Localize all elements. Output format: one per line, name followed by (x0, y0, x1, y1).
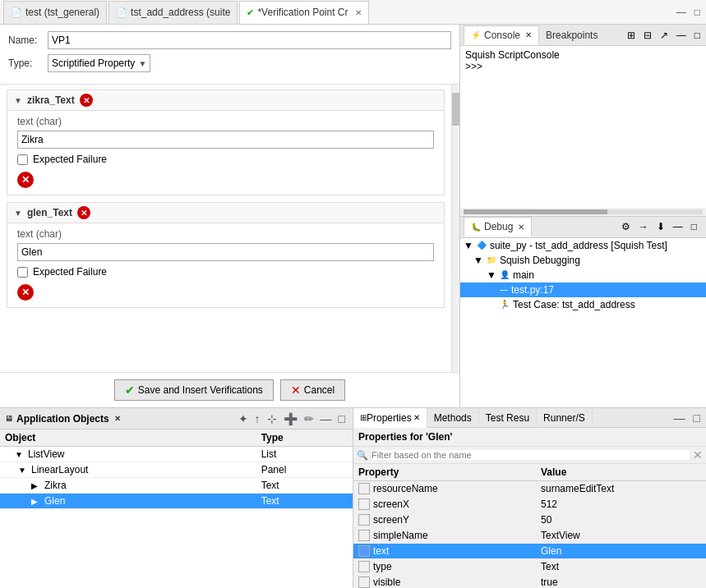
expand-icon-testcase: 🏃 (500, 300, 510, 309)
prop-value-type: Text (536, 559, 706, 575)
tab-runner[interactable]: Runner/S (537, 408, 593, 428)
app-objects-close-icon[interactable]: ✕ (114, 414, 121, 423)
prop-row-resourcename[interactable]: resourceName surnameEditText (353, 481, 706, 497)
item-name-glen: glen_Text (27, 207, 72, 218)
obj-row-zikra[interactable]: ▶ Zikra Text (0, 478, 353, 494)
minimize-icon[interactable]: — (674, 7, 689, 18)
tab-properties[interactable]: ⊞ Properties ✕ (353, 408, 427, 428)
obj-row-linearlayout[interactable]: ▼ LinearLayout Panel (0, 462, 353, 478)
debug-tree-testpy[interactable]: — test.py:17 (460, 283, 706, 297)
tab-test[interactable]: 📄 test (tst_general) (3, 1, 107, 24)
tab-close-icon[interactable]: ✕ (355, 8, 362, 17)
prop-check-resourcename[interactable] (358, 483, 370, 494)
prop-check-screenx[interactable] (358, 498, 370, 510)
name-row: Name: (8, 31, 451, 49)
expected-failure-checkbox-zikra[interactable] (17, 154, 28, 165)
squish-icon: 📁 (487, 255, 496, 264)
add-object-button[interactable]: ✦ (236, 411, 251, 426)
tab-console[interactable]: ⚡ Console ✕ (464, 25, 539, 45)
tab-methods[interactable]: Methods (427, 408, 479, 428)
tab-add-address[interactable]: 📄 tst_add_address (suite (108, 1, 238, 24)
debug-tree-squish[interactable]: ▼ 📁 Squish Debugging (460, 253, 706, 268)
props-close-icon[interactable]: ✕ (413, 413, 420, 422)
minimize-panel-icon[interactable]: — (318, 411, 335, 426)
type-select[interactable]: Scriptified Property ▼ (48, 54, 150, 72)
expand-linearlayout[interactable]: ▼ (18, 466, 28, 475)
edit-button[interactable]: ✏ (302, 411, 316, 426)
save-insert-button[interactable]: ✔ Save and Insert Verifications (114, 379, 274, 401)
maximize-icon[interactable]: □ (692, 7, 703, 18)
tab-debug[interactable]: 🐛 Debug ✕ (464, 217, 532, 237)
prop-check-simplename[interactable] (358, 530, 370, 541)
field-value-zikra[interactable] (17, 131, 434, 149)
obj-type-glen: Text (256, 494, 353, 509)
prop-check-text[interactable] (358, 545, 370, 557)
props-minimize-icon[interactable]: — (671, 411, 688, 425)
prop-check-screeny[interactable] (358, 514, 370, 526)
tab-test-results[interactable]: Test Resu (479, 408, 537, 428)
props-maximize-icon[interactable]: □ (691, 411, 703, 425)
obj-row-glen[interactable]: ▶ Glen Text (0, 494, 353, 509)
console-minimize-icon[interactable]: — (674, 30, 689, 41)
cancel-button[interactable]: ✕ Cancel (280, 379, 345, 401)
app-objects-icon: 🖥 (5, 414, 13, 423)
expand-zikra[interactable]: ▶ (31, 481, 41, 490)
debug-tree-main[interactable]: ▼ 👤 main (460, 268, 706, 283)
field-value-glen[interactable] (17, 243, 434, 261)
console-tab-bar: ⚡ Console ✕ Breakpoints ⊞ ⊟ ↗ — □ (460, 25, 706, 46)
up-button[interactable]: ↑ (252, 411, 263, 426)
prop-check-type[interactable] (358, 561, 370, 572)
expand-glen[interactable]: ▶ (31, 497, 41, 506)
debug-minimize-icon[interactable]: — (671, 221, 685, 232)
col-property: Property (353, 464, 536, 481)
field-type-zikra: text (char) (17, 116, 434, 127)
name-input[interactable] (48, 31, 451, 49)
vp-scrollbar[interactable] (451, 85, 459, 372)
remove-zikra-button[interactable]: ✕ (80, 94, 93, 107)
debug-tree-suite[interactable]: ▼ 🔷 suite_py - tst_add_address [Squish T… (460, 238, 706, 253)
expand-icon-suite: ▼ (464, 240, 473, 251)
squish-label: Squish Debugging (500, 255, 580, 266)
remove-glen-button[interactable]: ✕ (77, 206, 90, 219)
debug-close-icon[interactable]: ✕ (518, 223, 524, 232)
prop-row-screenx[interactable]: screenX 512 (353, 497, 706, 512)
prop-row-simplename[interactable]: simpleName TextView (353, 528, 706, 544)
prop-row-visible[interactable]: visible true (353, 575, 706, 589)
debug-action-3[interactable]: ⬇ (654, 221, 667, 232)
expand-arrow-glen[interactable]: ▼ (14, 209, 22, 218)
expected-failure-checkbox-glen[interactable] (17, 267, 28, 278)
expand-icon-main: ▼ (487, 269, 496, 281)
tab-breakpoints[interactable]: Breakpoints (539, 25, 604, 45)
prop-row-type[interactable]: type Text (353, 559, 706, 575)
console-action-3[interactable]: ↗ (658, 30, 671, 41)
pick-button[interactable]: ⊹ (265, 411, 279, 426)
prop-check-visible[interactable] (358, 577, 370, 588)
maximize-panel-icon[interactable]: □ (336, 411, 348, 426)
console-action-2[interactable]: ⊟ (641, 30, 654, 41)
console-maximize-icon[interactable]: □ (692, 30, 703, 41)
obj-row-listview[interactable]: ▼ ListView List (0, 447, 353, 462)
debug-action-2[interactable]: → (636, 221, 651, 232)
console-close-icon[interactable]: ✕ (525, 30, 532, 39)
console-scrollbar[interactable] (464, 209, 703, 214)
prop-row-text[interactable]: text Glen (353, 544, 706, 559)
prop-name-simplename: simpleName (373, 530, 428, 541)
debug-maximize-icon[interactable]: □ (689, 221, 699, 232)
debug-tab-bar: 🐛 Debug ✕ ⚙ → ⬇ — □ (460, 217, 706, 238)
obj-cell-linearlayout: ▼ LinearLayout (0, 462, 256, 478)
prop-row-screeny[interactable]: screenY 50 (353, 512, 706, 528)
tab-vp-label: *Verification Point Cr (257, 7, 348, 18)
clear-filter-icon[interactable]: ✕ (693, 448, 703, 462)
app-objects-header: 🖥 Application Objects ✕ ✦ ↑ ⊹ ➕ ✏ — □ (0, 408, 353, 430)
debug-tree-testcase[interactable]: 🏃 Test Case: tst_add_address (460, 297, 706, 312)
console-action-1[interactable]: ⊞ (625, 30, 638, 41)
prop-cell-resourcename: resourceName (353, 481, 536, 497)
expand-arrow-zikra[interactable]: ▼ (14, 96, 22, 105)
debug-action-1[interactable]: ⚙ (619, 221, 633, 232)
props-content: Property Value resourceName surnameEditT… (353, 464, 706, 588)
tab-vp[interactable]: ✔ *Verification Point Cr ✕ (239, 1, 368, 24)
expand-listview[interactable]: ▼ (15, 450, 25, 459)
prop-value-simplename: TextView (536, 528, 706, 544)
filter-input[interactable] (371, 450, 690, 460)
add-button[interactable]: ➕ (281, 411, 300, 426)
